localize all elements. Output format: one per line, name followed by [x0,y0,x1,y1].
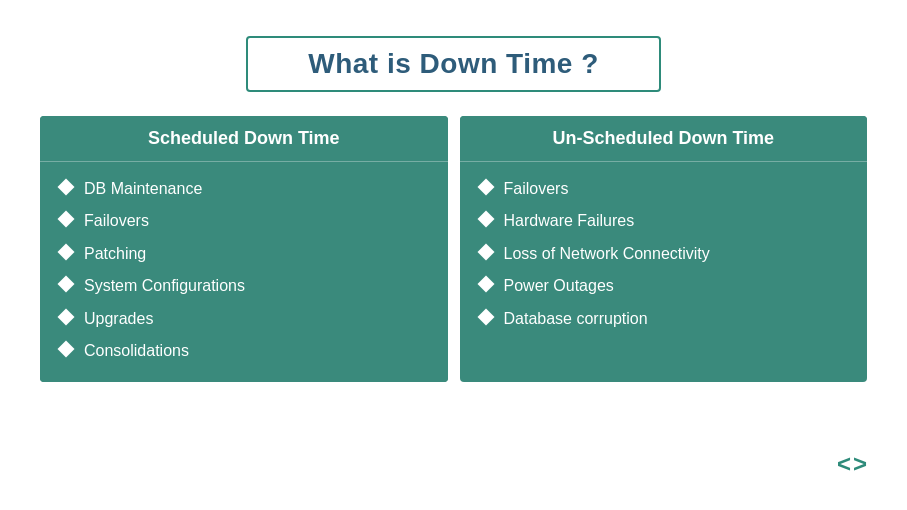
scheduled-header: Scheduled Down Time [40,116,448,162]
unscheduled-header: Un-Scheduled Down Time [460,116,868,162]
bullet-icon [58,179,75,196]
bullet-icon [477,243,494,260]
unscheduled-column: Un-Scheduled Down Time Failovers Hardwar… [460,116,868,382]
next-arrow[interactable]: > [853,450,867,478]
scheduled-item-6: Consolidations [84,340,189,362]
bullet-icon [58,276,75,293]
list-item: Loss of Network Connectivity [480,243,848,265]
list-item: Failovers [60,210,428,232]
list-item: Failovers [480,178,848,200]
list-item: Hardware Failures [480,210,848,232]
scheduled-item-3: Patching [84,243,146,265]
unscheduled-body: Failovers Hardware Failures Loss of Netw… [460,162,868,350]
content-columns: Scheduled Down Time DB Maintenance Failo… [40,116,867,382]
bullet-icon [477,276,494,293]
unscheduled-item-4: Power Outages [504,275,614,297]
scheduled-item-4: System Configurations [84,275,245,297]
page-title: What is Down Time ? [308,48,599,79]
scheduled-body: DB Maintenance Failovers Patching System… [40,162,448,382]
bullet-icon [477,179,494,196]
prev-arrow[interactable]: < [837,450,851,478]
bullet-icon [477,211,494,228]
bullet-icon [58,243,75,260]
unscheduled-item-3: Loss of Network Connectivity [504,243,710,265]
nav-arrows: < > [837,450,867,478]
scheduled-item-2: Failovers [84,210,149,232]
list-item: Consolidations [60,340,428,362]
list-item: System Configurations [60,275,428,297]
scheduled-column: Scheduled Down Time DB Maintenance Failo… [40,116,448,382]
list-item: Patching [60,243,428,265]
list-item: Upgrades [60,308,428,330]
list-item: Database corruption [480,308,848,330]
list-item: DB Maintenance [60,178,428,200]
title-box: What is Down Time ? [246,36,661,92]
bullet-icon [58,308,75,325]
unscheduled-item-5: Database corruption [504,308,648,330]
unscheduled-item-1: Failovers [504,178,569,200]
scheduled-item-5: Upgrades [84,308,153,330]
scheduled-item-1: DB Maintenance [84,178,202,200]
unscheduled-item-2: Hardware Failures [504,210,635,232]
bullet-icon [477,308,494,325]
bullet-icon [58,211,75,228]
list-item: Power Outages [480,275,848,297]
bullet-icon [58,340,75,357]
